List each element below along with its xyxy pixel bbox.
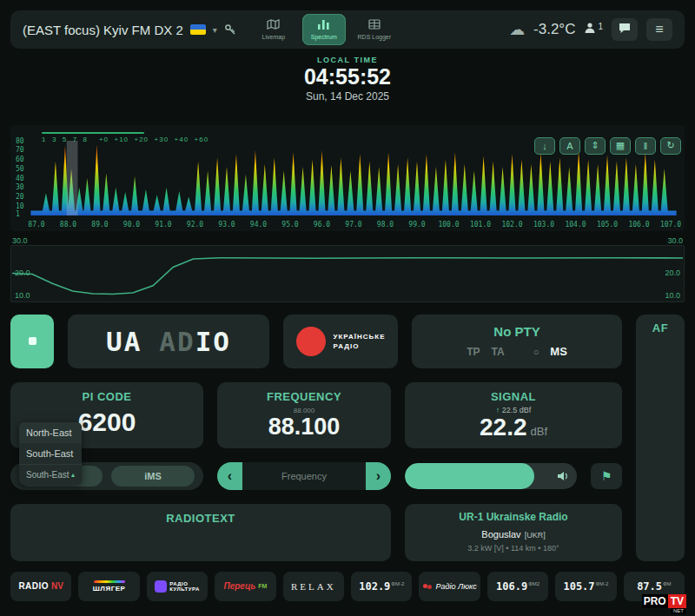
svg-text:91.0: 91.0 [155, 221, 171, 229]
nav-livemap[interactable]: Livemap [252, 14, 295, 45]
tune-toggle-button[interactable] [10, 315, 54, 368]
preset-frequency-suffix: ФМ [663, 581, 672, 586]
lux-text: Радіо Люкс [436, 582, 477, 591]
signal-panel: SIGNAL ↑ 22.5 dBf 22.2dBf [405, 382, 622, 448]
preset-frequency: 106.9 [496, 580, 527, 593]
antenna-option-north-east[interactable]: North-East [19, 422, 82, 443]
volume-fill [405, 463, 534, 489]
frequency-down-button[interactable]: ‹ [217, 462, 242, 490]
signal-unit: dBf [530, 425, 547, 438]
station-tile-lux[interactable]: Радіо Люкс [419, 572, 480, 601]
map-icon [267, 19, 280, 32]
station-details: 3.2 kW [V] • 114 km • 180° [467, 544, 559, 553]
chevron-down-icon[interactable]: ▾ [213, 25, 217, 35]
menu-button[interactable]: ≡ [646, 18, 672, 41]
svg-text:30: 30 [16, 183, 24, 191]
spectrum-pause-button[interactable]: ‖ [635, 137, 656, 155]
preset-frequency: 102.9 [359, 580, 390, 593]
protv-watermark: PRO TV NET [642, 594, 686, 614]
watermark-pro: PRO [642, 594, 668, 608]
weather-cloud-icon: ☁ [509, 22, 525, 37]
person-icon [584, 22, 596, 37]
radio-nv-accent: NV [51, 581, 63, 591]
spectrum-scroll-down-button[interactable]: ↓ [534, 137, 555, 155]
frequency-panel: FREQUENCY 88.000 88.100 [217, 382, 391, 448]
ms-flag: MS [550, 345, 567, 358]
svg-text:104.0: 104.0 [565, 221, 586, 229]
svg-text:87.0: 87.0 [28, 221, 44, 229]
server-title[interactable]: (EAST focus) Kyiv FM DX 2 [23, 23, 183, 37]
svg-text:70: 70 [16, 146, 24, 154]
svg-text:96.0: 96.0 [314, 221, 330, 229]
volume-slider[interactable] [405, 463, 577, 489]
station-tile-106-9[interactable]: 106.9 ФМ2 [487, 572, 548, 601]
frequency-value: 88.100 [268, 414, 341, 439]
spectrum-scale-labels: 1 3 5 7 8 +0 +10 +20 +30 +40 +60 [42, 136, 208, 143]
nav-spectrum[interactable]: Spectrum [302, 14, 346, 45]
frequency-input[interactable] [242, 462, 366, 490]
svg-text:106.0: 106.0 [628, 221, 649, 229]
history-ymid-left: 20.0 [15, 268, 30, 277]
tune-indicator-icon [29, 337, 36, 345]
header-status: ☁ -3.2°C 1 ≡ [509, 18, 672, 41]
history-ymin-left: 10.0 [15, 291, 30, 300]
station-tile-radio-nv[interactable]: RADIO NV [10, 572, 71, 601]
history-max-labels: 30.0 30.0 [10, 236, 685, 245]
hamburger-menu-icon: ≡ [655, 23, 663, 36]
radiotext-panel: RADIOTEXT [10, 504, 391, 561]
pty-value: No PTY [493, 324, 539, 339]
station-tile-kultura[interactable]: РАДІО КУЛЬТУРА [147, 572, 208, 601]
nav-rds-logger-label: RDS Logger [358, 34, 392, 40]
radiotext-label: RADIOTEXT [10, 512, 391, 525]
spectrum-scale: 1 3 5 7 8 +0 +10 +20 +30 +40 +60 [42, 132, 208, 143]
speaker-icon [557, 471, 569, 481]
ims-toggle-button[interactable]: iMS [111, 466, 195, 487]
flag-button[interactable]: ⚑ [591, 463, 622, 489]
spectrum-vertical-scale-button[interactable]: ⇕ [585, 137, 606, 155]
station-tile-relax[interactable]: RELAX [283, 572, 344, 601]
preset-frequency-suffix: ФМ-2 [596, 581, 609, 586]
station-tile-102-9[interactable]: 102.9 ФМ-2 [351, 572, 412, 601]
listener-count: 1 [598, 22, 603, 31]
station-info-panel: UR-1 Ukrainske Radio Boguslav[UKR] 3.2 k… [405, 504, 622, 561]
svg-text:105.0: 105.0 [597, 221, 618, 229]
svg-text:98.0: 98.0 [377, 221, 394, 229]
history-ymax-right: 30.0 [667, 236, 683, 245]
nav-rds-logger[interactable]: RDS Logger [353, 14, 396, 45]
chat-button[interactable] [612, 18, 638, 41]
ps-part-2: AD [159, 326, 195, 357]
local-time-value: 04:55:52 [0, 64, 695, 89]
spectrum-graph-mode-button[interactable]: ▦ [610, 137, 631, 155]
svg-text:95.0: 95.0 [281, 221, 298, 229]
preset-frequency-suffix: ФМ-2 [391, 581, 404, 586]
nav-livemap-label: Livemap [262, 34, 285, 40]
signal-history: 30.0 30.0 20.0 20.0 10.0 10.0 [10, 236, 685, 302]
antenna-selected[interactable]: South-East ▴ [19, 464, 82, 485]
history-chart[interactable]: 20.0 20.0 10.0 10.0 [10, 245, 685, 302]
main-nav: Livemap Spectrum RDS Logger [252, 14, 396, 45]
svg-text:89.0: 89.0 [91, 221, 108, 229]
chat-icon [619, 23, 631, 36]
key-icon[interactable] [224, 23, 236, 36]
svg-text:50: 50 [16, 165, 24, 173]
header-bar: (EAST focus) Kyiv FM DX 2 ▾ Livemap Spec… [10, 10, 685, 49]
logo-line-2: РАДІО [334, 342, 386, 350]
pi-code-value: 6200 [78, 407, 136, 437]
svg-text:40: 40 [16, 174, 24, 182]
station-tile-perets[interactable]: Перець FM [215, 572, 275, 601]
svg-text:60: 60 [16, 156, 24, 163]
svg-text:1: 1 [16, 210, 20, 218]
frequency-up-button[interactable]: › [366, 462, 391, 490]
svg-text:103.0: 103.0 [533, 221, 554, 229]
station-tile-shlyager[interactable]: ШЛЯГЕР [78, 572, 139, 601]
spectrum-refresh-button[interactable]: ↻ [660, 137, 681, 155]
ms-circle-icon: ○ [533, 347, 539, 357]
cherry-icon [423, 584, 427, 588]
spectrum-x-axis: 87.088.089.090.091.092.093.094.095.096.0… [28, 221, 681, 229]
listener-counter: 1 [584, 22, 603, 37]
relax-text: RELAX [291, 581, 336, 592]
antenna-option-south-east[interactable]: South-East [19, 443, 82, 464]
svg-text:10: 10 [16, 202, 24, 210]
station-tile-105-7[interactable]: 105.7 ФМ-2 [555, 572, 616, 601]
spectrum-autoscale-button[interactable]: A [559, 137, 580, 155]
